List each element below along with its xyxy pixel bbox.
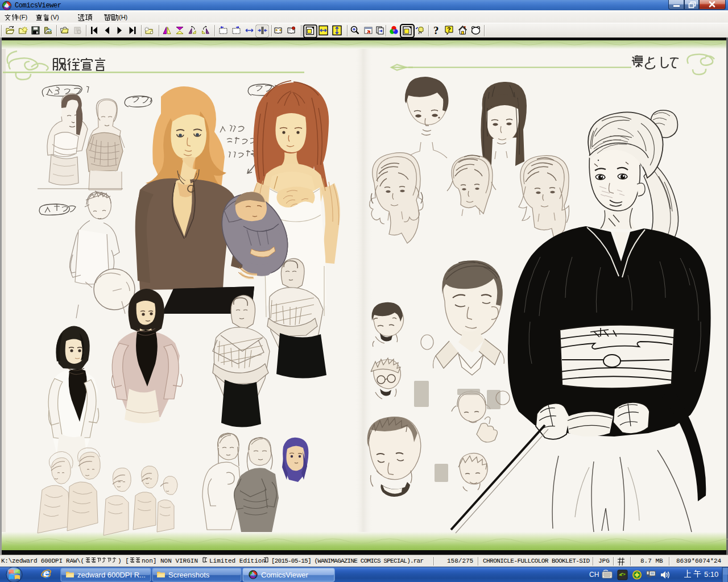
svg-text:8.7 MB: 8.7 MB xyxy=(640,558,663,564)
svg-text:JPG: JPG xyxy=(598,558,610,564)
svg-text:(H): (H) xyxy=(119,14,127,20)
svg-text:Screenshots: Screenshots xyxy=(168,571,210,579)
svg-text:) [: ) [ xyxy=(118,558,129,564)
svg-text:non] NON VIRGIN: non] NON VIRGIN xyxy=(142,558,198,564)
svg-text:CHRONICLE-FULLCOLOR BOOKLET-SI: CHRONICLE-FULLCOLOR BOOKLET-SID xyxy=(483,558,590,564)
svg-text:K:\zedward 600DPI RAW\(: K:\zedward 600DPI RAW\( xyxy=(1,558,84,564)
svg-text:?: ? xyxy=(433,24,439,36)
svg-text:(F): (F) xyxy=(19,14,27,20)
svg-text:?: ? xyxy=(447,26,451,33)
svg-text:[2015-05-15] (WANIMAGAZINE COM: [2015-05-15] (WANIMAGAZINE COMICS SPECIA… xyxy=(271,558,424,564)
svg-text:5:10: 5:10 xyxy=(704,570,718,579)
svg-text:8639*6074*24: 8639*6074*24 xyxy=(676,558,722,564)
svg-text:CH: CH xyxy=(589,571,599,579)
svg-text:(V): (V) xyxy=(51,14,59,20)
svg-text:ComicsViewer: ComicsViewer xyxy=(261,571,309,579)
svg-text:zedward 600DPI R...: zedward 600DPI R... xyxy=(77,571,146,579)
svg-text:Limited Edition: Limited Edition xyxy=(209,558,266,564)
svg-text:158/275: 158/275 xyxy=(447,558,473,564)
